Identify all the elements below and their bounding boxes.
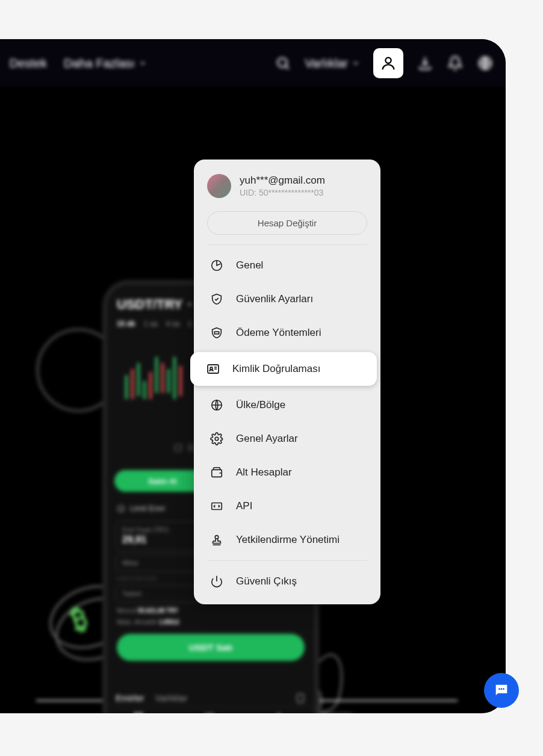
svg-point-29 bbox=[503, 688, 504, 690]
globe-icon bbox=[209, 398, 224, 412]
top-navigation: ür Destek Daha Fazlası Varlıklar bbox=[0, 39, 506, 87]
chevron-down-icon bbox=[138, 59, 147, 67]
swap-icon bbox=[274, 711, 285, 714]
id-card-icon bbox=[206, 362, 220, 376]
nav-home[interactable]: OKX TR bbox=[133, 711, 153, 714]
svg-marker-4 bbox=[188, 304, 191, 306]
menu-subaccounts[interactable]: Alt Hesaplar bbox=[194, 456, 380, 489]
avatar bbox=[207, 174, 231, 198]
menu-general[interactable]: Genel bbox=[194, 249, 380, 282]
nav-buy[interactable]: Satın Al bbox=[204, 711, 223, 714]
globe-icon[interactable] bbox=[477, 55, 494, 72]
svg-point-0 bbox=[278, 58, 287, 67]
power-icon bbox=[209, 574, 224, 589]
chat-fab[interactable] bbox=[484, 673, 519, 708]
user-info-row: yuh***@gmail.com UID: 50**************03 bbox=[194, 170, 380, 206]
buy-usdt-button[interactable]: USDT Satı bbox=[117, 634, 305, 661]
user-menu-trigger[interactable] bbox=[373, 48, 403, 78]
grid-icon bbox=[133, 711, 144, 714]
chevron-down-icon bbox=[352, 59, 360, 67]
user-uid: UID: 50**************03 bbox=[240, 188, 325, 197]
svg-point-27 bbox=[498, 688, 500, 690]
tab-assets[interactable]: Varlıklar bbox=[155, 693, 188, 704]
menu-security[interactable]: Güvenlik Ayarları bbox=[194, 282, 380, 316]
divider bbox=[207, 560, 367, 561]
shield-check-icon bbox=[209, 292, 224, 306]
svg-point-2 bbox=[385, 58, 391, 63]
user-icon bbox=[380, 55, 397, 72]
svg-rect-23 bbox=[212, 503, 222, 510]
document-icon[interactable] bbox=[295, 693, 306, 704]
svg-rect-16 bbox=[208, 365, 219, 373]
pie-chart-icon bbox=[209, 258, 224, 273]
svg-rect-9 bbox=[134, 713, 137, 713]
info-icon bbox=[117, 504, 125, 513]
svg-point-28 bbox=[501, 688, 503, 690]
svg-rect-8 bbox=[297, 694, 304, 702]
svg-point-17 bbox=[210, 367, 213, 370]
svg-rect-10 bbox=[139, 713, 142, 713]
code-icon bbox=[209, 499, 224, 513]
app-window: ür Destek Daha Fazlası Varlıklar bbox=[0, 39, 506, 713]
wallet-icon bbox=[209, 465, 224, 480]
switch-account-button[interactable]: Hesap Değiştir bbox=[207, 211, 367, 235]
menu-payment[interactable]: Ödeme Yöntemleri bbox=[194, 316, 380, 350]
menu-logout[interactable]: Güvenli Çıkış bbox=[194, 565, 380, 598]
available-balance: Mevcut 55.621,68 TRY bbox=[117, 607, 305, 614]
chat-icon bbox=[493, 682, 510, 699]
nav-support[interactable]: Destek bbox=[10, 57, 47, 70]
nav-assets[interactable]: Varlıklar bbox=[305, 57, 360, 70]
menu-settings[interactable]: Genel Ayarlar bbox=[194, 422, 380, 456]
tab-orders[interactable]: Emirler bbox=[116, 693, 144, 704]
bell-icon[interactable] bbox=[447, 55, 464, 72]
menu-api[interactable]: API bbox=[194, 489, 380, 523]
menu-country[interactable]: Ülke/Bölge bbox=[194, 388, 380, 422]
download-icon[interactable] bbox=[417, 55, 433, 72]
nav-trade[interactable]: Al-Sat bbox=[274, 711, 289, 714]
svg-rect-15 bbox=[214, 332, 219, 334]
card-icon bbox=[209, 326, 224, 340]
wallet-icon bbox=[204, 711, 215, 714]
svg-point-24 bbox=[215, 536, 219, 539]
max-buy: Maks. Alınabilir 1.859,6 bbox=[117, 619, 305, 625]
caret-down-icon bbox=[186, 301, 193, 308]
menu-identity-verification[interactable]: Kimlik Doğrulaması bbox=[190, 352, 377, 386]
svg-line-1 bbox=[286, 66, 289, 69]
svg-point-21 bbox=[215, 437, 219, 441]
search-icon[interactable] bbox=[275, 55, 291, 72]
nav-more[interactable]: Daha Fazlası bbox=[64, 57, 147, 70]
menu-authorization[interactable]: Yetkilendirme Yönetimi bbox=[194, 523, 380, 557]
gear-icon bbox=[209, 432, 224, 446]
user-email: yuh***@gmail.com bbox=[240, 175, 325, 187]
user-dropdown-menu: yuh***@gmail.com UID: 50**************03… bbox=[194, 160, 380, 604]
stamp-icon bbox=[209, 533, 224, 547]
divider bbox=[207, 244, 367, 245]
